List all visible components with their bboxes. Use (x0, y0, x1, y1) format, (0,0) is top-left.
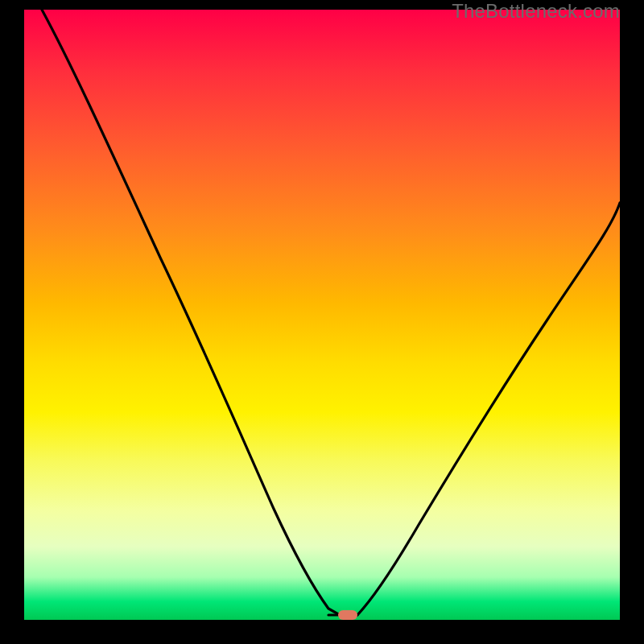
chart-stage: TheBottleneck.com (0, 0, 644, 644)
watermark-text: TheBottleneck.com (452, 0, 620, 23)
curve-left-branch (42, 10, 340, 615)
curve-right-branch (357, 203, 620, 615)
plot-area (24, 10, 620, 620)
bottleneck-curve (24, 10, 620, 620)
optimal-point-marker (338, 610, 357, 620)
